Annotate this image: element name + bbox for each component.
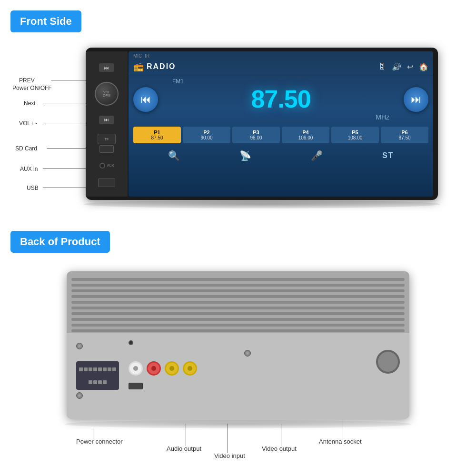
st-label: ST bbox=[382, 151, 394, 160]
fm-label: FM1 bbox=[172, 78, 394, 85]
bottom-controls: 🔍 📡 🎤 ST bbox=[129, 147, 433, 164]
next-track-button[interactable]: ⏭ bbox=[404, 87, 428, 112]
rca-video-yellow-2 bbox=[183, 361, 197, 376]
radio-screen: MIC IR 📻 RADIO 🎛 🔊 ↩ 🏠 ⏮ FM1 bbox=[129, 51, 433, 197]
search-icon[interactable]: 🔍 bbox=[168, 150, 180, 161]
vent-2 bbox=[71, 284, 405, 287]
audio-jack-hole bbox=[129, 340, 133, 345]
antenna-line bbox=[343, 419, 343, 439]
usb-port bbox=[98, 178, 115, 187]
vent-10 bbox=[71, 329, 405, 332]
preset-label-4: P4 bbox=[284, 129, 327, 135]
video-output-line bbox=[281, 424, 281, 446]
audio-output-line bbox=[186, 424, 186, 446]
power-label: Power ON/OFF bbox=[12, 85, 52, 91]
antenna-socket-label: Antenna socket bbox=[319, 438, 362, 445]
aux-label: AUX in bbox=[20, 166, 38, 172]
preset-freq-1: 87.50 bbox=[135, 135, 179, 140]
vent-6 bbox=[71, 307, 405, 309]
power-connector bbox=[76, 361, 119, 390]
next-button[interactable]: ⏭ bbox=[99, 116, 114, 124]
ir-label: IR bbox=[145, 53, 149, 59]
middle-section bbox=[129, 340, 367, 389]
prev-track-button[interactable]: ⏮ bbox=[133, 87, 158, 112]
front-device-shadow bbox=[83, 200, 440, 208]
rca-audio-red bbox=[147, 361, 161, 376]
preset-btn-5[interactable]: P5 108.00 bbox=[331, 127, 379, 143]
vent-5 bbox=[71, 301, 405, 304]
usb-line bbox=[43, 188, 86, 188]
left-controls-panel: ⏮ VOLOFM ⏭ TF AUX bbox=[86, 51, 128, 197]
next-label: Next bbox=[24, 100, 36, 107]
preset-label-1: P1 bbox=[135, 129, 179, 135]
radio-title: RADIO bbox=[147, 62, 176, 71]
back-bottom-panel bbox=[67, 333, 409, 419]
frequency-number: 87.50 bbox=[168, 85, 394, 113]
bottom-screw bbox=[76, 392, 83, 399]
preset-btn-2[interactable]: P2 90.00 bbox=[183, 127, 230, 143]
rca-video-yellow-1 bbox=[165, 361, 179, 376]
front-side-label: Front Side bbox=[10, 10, 81, 32]
back-device: CEFCC bbox=[67, 271, 409, 419]
usb-label: USB bbox=[27, 185, 39, 191]
preset-btn-4[interactable]: P4 106.00 bbox=[282, 127, 329, 143]
equalizer-icon[interactable]: 🎛 bbox=[378, 62, 386, 71]
preset-freq-2: 90.00 bbox=[185, 135, 228, 140]
power-connector-label: Power connector bbox=[76, 438, 123, 445]
vent-4 bbox=[71, 295, 405, 298]
prev-line bbox=[51, 80, 86, 80]
screen-status-left: MIC IR bbox=[133, 53, 149, 59]
pin-8 bbox=[112, 367, 116, 371]
back-device-shadow bbox=[64, 420, 412, 428]
vol-line bbox=[43, 123, 86, 123]
pin-12 bbox=[103, 380, 107, 384]
preset-freq-5: 108.00 bbox=[333, 135, 377, 140]
sd-card-label: SD Card bbox=[15, 145, 37, 152]
aux-line bbox=[43, 169, 86, 169]
vent-8 bbox=[71, 318, 405, 321]
antenna-socket bbox=[376, 350, 400, 374]
rca-group bbox=[129, 361, 367, 376]
pin-4 bbox=[93, 367, 97, 371]
video-output-label: Video output bbox=[262, 445, 297, 452]
presets-row: P1 87.50 P2 90.00 P3 98.00 P4 106.00 P5 … bbox=[129, 125, 433, 145]
preset-freq-4: 106.00 bbox=[284, 135, 327, 140]
preset-btn-1[interactable]: P1 87.50 bbox=[133, 127, 181, 143]
preset-label-3: P3 bbox=[234, 129, 278, 135]
preset-btn-3[interactable]: P3 98.00 bbox=[232, 127, 280, 143]
pin-11 bbox=[98, 380, 102, 384]
back-of-product-label: Back of Product bbox=[10, 231, 110, 253]
back-diagram: CEFCC bbox=[10, 267, 466, 466]
frequency-display: ⏮ FM1 87.50 MHz ⏭ bbox=[129, 74, 433, 125]
pin-7 bbox=[108, 367, 111, 371]
front-diagram: PREV Power ON/OFF Next VOL+ - SD Card AU… bbox=[10, 38, 466, 219]
power-connector-line bbox=[93, 428, 93, 439]
pin-6 bbox=[103, 367, 107, 371]
screen-topbar: MIC IR bbox=[129, 51, 433, 60]
radio-icon: 📻 bbox=[133, 61, 144, 72]
prev-label: PREV bbox=[19, 77, 35, 84]
home-icon[interactable]: 🏠 bbox=[419, 62, 428, 71]
audio-output-label: Audio output bbox=[167, 445, 201, 452]
pin-9 bbox=[89, 380, 92, 384]
pin-3 bbox=[89, 367, 92, 371]
rca-audio-white bbox=[129, 361, 143, 376]
usb-slot-back bbox=[129, 383, 143, 389]
mic-label: MIC bbox=[133, 53, 142, 59]
pin-10 bbox=[93, 380, 97, 384]
back-icon[interactable]: ↩ bbox=[407, 62, 413, 71]
aux-jack bbox=[99, 163, 105, 169]
preset-btn-6[interactable]: P6 87.50 bbox=[381, 127, 428, 143]
video-input-label: Video input bbox=[214, 452, 245, 459]
wifi-icon[interactable]: 📡 bbox=[239, 150, 251, 161]
prev-button[interactable]: ⏮ bbox=[99, 63, 114, 72]
radio-top-controls: 🎛 🔊 ↩ 🏠 bbox=[378, 62, 428, 71]
vent-9 bbox=[71, 324, 405, 327]
top-screw bbox=[76, 343, 83, 349]
volume-icon[interactable]: 🔊 bbox=[392, 62, 401, 71]
next-line bbox=[43, 103, 86, 103]
bluetooth-icon[interactable]: 🎤 bbox=[311, 150, 323, 161]
preset-label-2: P2 bbox=[185, 129, 228, 135]
vent-1 bbox=[71, 278, 405, 281]
vol-knob[interactable]: VOLOFM bbox=[95, 82, 119, 106]
